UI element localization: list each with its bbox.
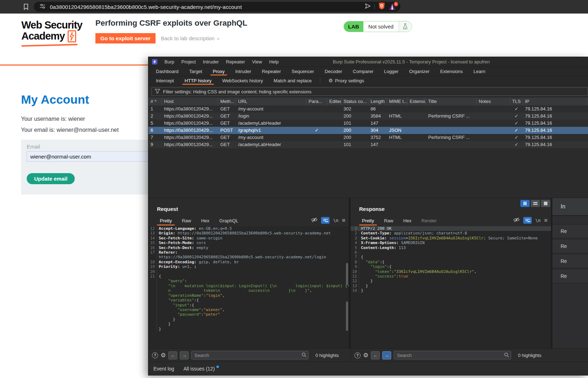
subtab-http-history[interactable]: HTTP history: [179, 76, 217, 85]
column-header-para[interactable]: Para...: [306, 98, 327, 105]
word-wrap-button[interactable]: [523, 217, 532, 224]
http-history-row[interactable]: 9https://0a3800120429...GET/academyLabHe…: [148, 141, 588, 148]
hide-nonprintable-icon[interactable]: [513, 217, 520, 223]
cell-title: [426, 105, 477, 113]
view-tab-graphql[interactable]: GraphQL: [214, 216, 243, 226]
extension-badge: 1: [394, 2, 398, 6]
hide-nonprintable-icon[interactable]: [311, 217, 317, 223]
brave-shield-icon[interactable]: [378, 2, 385, 11]
http-history-row[interactable]: 2https://0a3800120429...GET/login2003584…: [148, 113, 588, 120]
tab-decoder[interactable]: Decoder: [319, 67, 347, 76]
column-header-extensi[interactable]: Extensi...: [408, 98, 426, 105]
page-title: My Account: [21, 93, 89, 107]
gear-icon[interactable]: ⚙: [161, 352, 166, 359]
subtab-intercept[interactable]: Intercept: [151, 76, 179, 85]
bottom-tab-all-issues-12[interactable]: All issues (12): [183, 366, 219, 372]
show-newlines-button[interactable]: \n: [535, 218, 540, 223]
inspector-item[interactable]: Re: [552, 254, 588, 268]
column-header-host[interactable]: Host: [162, 98, 218, 105]
cell-url: /academyLabHeader: [236, 141, 306, 148]
update-email-button[interactable]: Update email: [27, 173, 75, 184]
site-settings-icon[interactable]: [40, 4, 46, 10]
subtab-websockets-history[interactable]: WebSockets history: [217, 76, 268, 85]
request-scrollbar[interactable]: [346, 301, 348, 331]
tab-comparer[interactable]: Comparer: [347, 67, 379, 76]
bottom-tab-event-log[interactable]: Event log: [153, 366, 174, 372]
filter-settings-bar[interactable]: Filter settings: Hiding CSS and image co…: [151, 87, 588, 96]
view-tab-raw[interactable]: Raw: [177, 216, 196, 226]
tab-dashboard[interactable]: Dashboard: [151, 67, 184, 76]
request-scrollbar[interactable]: [346, 263, 348, 285]
code-line: 12Accept-Language: en-GB,en;q=0.5: [148, 226, 349, 231]
column-header-[interactable]: # ^: [148, 98, 162, 105]
url-bar[interactable]: 0a38001204296580815ba23600b800c5.web-sec…: [34, 2, 400, 12]
menu-help[interactable]: Help: [266, 57, 282, 67]
view-tab-pretty[interactable]: Pretty: [357, 216, 379, 226]
http-history-row[interactable]: 5https://0a3800120429...GET/academyLabHe…: [148, 120, 588, 127]
prev-match-button[interactable]: ←: [371, 351, 380, 359]
tab-logger[interactable]: Logger: [379, 67, 404, 76]
tab-learn[interactable]: Learn: [468, 67, 490, 76]
menu-project[interactable]: Project: [178, 57, 199, 67]
column-header-title[interactable]: Title: [426, 98, 477, 105]
tab-repeater[interactable]: Repeater: [257, 67, 286, 76]
column-header-notes[interactable]: Notes: [477, 98, 510, 105]
cell-meth: POST: [218, 127, 236, 134]
tab-extensions[interactable]: Extensions: [435, 67, 468, 76]
view-tab-hex[interactable]: Hex: [398, 216, 416, 226]
request-search-input[interactable]: [191, 351, 309, 359]
view-tab-raw[interactable]: Raw: [379, 216, 398, 226]
tab-organizer[interactable]: Organizer: [404, 67, 435, 76]
editor-menu-icon[interactable]: ≡: [342, 217, 345, 224]
help-icon[interactable]: ?: [152, 352, 158, 358]
view-tab-pretty[interactable]: Pretty: [155, 216, 177, 226]
menu-repeater[interactable]: Repeater: [222, 57, 248, 67]
http-history-row[interactable]: 7https://0a3800120429...GET/my-account20…: [148, 134, 588, 141]
gear-icon[interactable]: ⚙: [363, 352, 368, 359]
menu-burp[interactable]: Burp: [161, 57, 178, 67]
cell-meth: GET: [218, 134, 236, 141]
column-header-status-co[interactable]: Status co...: [341, 98, 368, 105]
word-wrap-button[interactable]: [321, 217, 330, 224]
column-header-length[interactable]: Length: [368, 98, 387, 105]
column-header-edited[interactable]: Edited: [327, 98, 341, 105]
inspector-item[interactable]: Re: [552, 224, 588, 238]
response-search-input[interactable]: [394, 351, 511, 359]
help-icon[interactable]: ?: [355, 352, 361, 358]
menu-intruder[interactable]: Intruder: [199, 57, 222, 67]
request-editor[interactable]: 12Accept-Language: en-GB,en;q=0.513Origi…: [148, 226, 349, 348]
send-icon[interactable]: [364, 3, 371, 11]
menu-view[interactable]: View: [248, 57, 266, 67]
tab-target[interactable]: Target: [184, 67, 208, 76]
view-tab-render[interactable]: Render: [416, 216, 442, 226]
tab-sequencer[interactable]: Sequencer: [286, 67, 319, 76]
column-header-ip[interactable]: IP: [523, 98, 588, 105]
editor-menu-icon[interactable]: ≡: [544, 217, 547, 224]
subtab-proxy-settings[interactable]: ⚙Proxy settings: [323, 76, 369, 85]
inspector-item[interactable]: Re: [552, 239, 588, 253]
cell-host: https://0a3800120429...: [162, 113, 218, 120]
inspector-header[interactable]: In: [552, 198, 588, 216]
column-header-mime-t[interactable]: MIME t...: [387, 98, 408, 105]
go-to-exploit-server-button[interactable]: Go to exploit server: [95, 33, 156, 43]
subtab-match-and-replace[interactable]: Match and replace: [268, 76, 317, 85]
inspector-item[interactable]: Re: [552, 269, 588, 283]
extension-icon[interactable]: 1: [388, 3, 397, 11]
next-match-button[interactable]: →: [180, 351, 189, 359]
column-header-url[interactable]: URL: [236, 98, 306, 105]
column-header-tls[interactable]: TLS: [510, 98, 523, 105]
view-tab-hex[interactable]: Hex: [196, 216, 214, 226]
back-to-lab-description-link[interactable]: Back to lab description»: [161, 35, 220, 41]
show-newlines-button[interactable]: \n: [333, 218, 338, 223]
http-history-row[interactable]: 1https://0a3800120429...GET/my-account30…: [148, 105, 588, 113]
bookmark-icon[interactable]: [22, 3, 30, 10]
prev-match-button[interactable]: ←: [168, 351, 177, 359]
column-header-meth[interactable]: Meth...: [218, 98, 236, 105]
next-match-button[interactable]: →: [382, 351, 391, 359]
tab-proxy[interactable]: Proxy: [208, 67, 230, 76]
http-history-row[interactable]: 6https://0a3800120429...POST/graphql/v1✓…: [148, 127, 588, 134]
tab-intruder[interactable]: Intruder: [230, 67, 257, 76]
response-editor[interactable]: 1HTTP/2 200 OK2Content-Type: application…: [351, 226, 551, 348]
line-number: 12: [148, 226, 157, 231]
web-security-academy-logo[interactable]: Web Security Academy: [21, 20, 82, 42]
